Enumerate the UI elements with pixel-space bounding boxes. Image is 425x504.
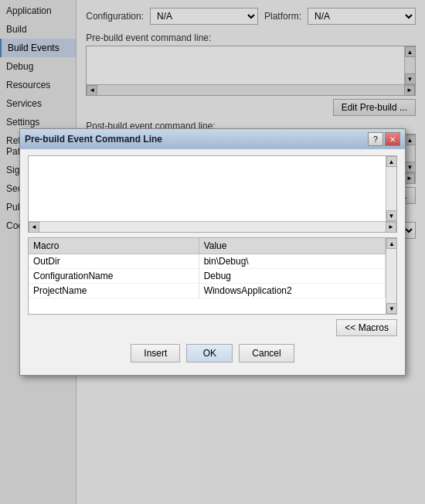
dialog-textarea-vscroll-down[interactable]: ▼: [386, 210, 397, 221]
dialog-title: Pre-build Event Command Line: [25, 134, 162, 145]
table-row: ProjectName WindowsApplication2: [29, 284, 386, 298]
dialog-textarea-vscroll-track[interactable]: [386, 167, 396, 210]
dialog-textarea-inner[interactable]: [29, 156, 386, 221]
macro-outdir: OutDir: [29, 254, 199, 269]
macros-col-macro: Macro: [29, 238, 199, 254]
table-row: OutDir bin\Debug\: [29, 254, 386, 269]
dialog-table-vscroll-track[interactable]: [386, 249, 396, 303]
dialog-table-vscroll-up[interactable]: ▲: [386, 238, 397, 249]
macro-projectname: ProjectName: [29, 284, 199, 298]
dialog-help-button[interactable]: ?: [368, 132, 383, 146]
dialog-macros-table-container: Macro Value OutDir bin\Debug\ Configurat…: [28, 237, 397, 315]
macros-col-value: Value: [199, 238, 385, 254]
dialog-macros-table: Macro Value OutDir bin\Debug\ Configurat…: [29, 238, 386, 298]
dialog-table-vscroll-down[interactable]: ▼: [386, 303, 397, 314]
value-outdir: bin\Debug\: [199, 254, 385, 269]
main-window: Application Build Build Events Debug Res…: [0, 0, 425, 504]
dialog-title-bar: Pre-build Event Command Line ? ✕: [20, 129, 405, 149]
dialog-textarea-hscroll-right[interactable]: ►: [386, 222, 396, 233]
dialog-textarea-hscroll[interactable]: ◄ ►: [29, 221, 396, 232]
cancel-button[interactable]: Cancel: [239, 344, 294, 363]
macro-configname: ConfigurationName: [29, 269, 199, 284]
value-projectname: WindowsApplication2: [199, 284, 385, 298]
macros-button[interactable]: << Macros: [336, 319, 397, 336]
ok-button[interactable]: OK: [186, 344, 233, 363]
dialog-bottom-actions: Insert OK Cancel: [28, 339, 397, 369]
prebuild-dialog: Pre-build Event Command Line ? ✕ ▲ ▼: [19, 128, 406, 376]
dialog-textarea-hscroll-left[interactable]: ◄: [29, 222, 39, 233]
dialog-content: ▲ ▼ ◄ ► Macro: [20, 149, 405, 375]
value-configname: Debug: [199, 269, 385, 284]
insert-button[interactable]: Insert: [131, 344, 180, 363]
dialog-textarea-vscroll-up[interactable]: ▲: [386, 156, 397, 167]
dialog-close-button[interactable]: ✕: [385, 132, 400, 146]
dialog-overlay: Pre-build Event Command Line ? ✕ ▲ ▼: [0, 0, 425, 504]
table-row: ConfigurationName Debug: [29, 269, 386, 284]
dialog-macros-button-row: << Macros: [28, 319, 397, 336]
dialog-title-buttons: ? ✕: [368, 132, 400, 146]
dialog-textarea-vscroll[interactable]: ▲ ▼: [386, 156, 396, 221]
dialog-table-scrollbar[interactable]: ▲ ▼: [386, 238, 396, 314]
dialog-command-textarea[interactable]: ▲ ▼ ◄ ►: [28, 155, 397, 233]
dialog-textarea-hscroll-track[interactable]: [39, 222, 386, 232]
